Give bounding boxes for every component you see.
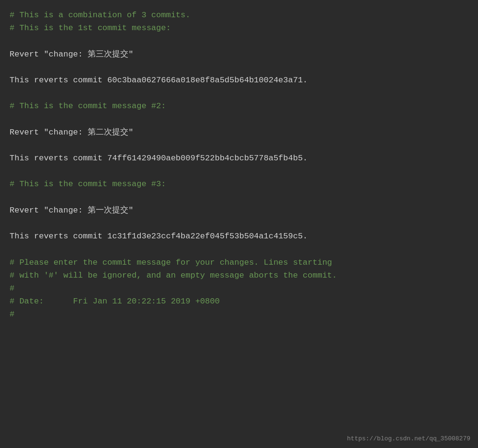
terminal-line: # This is the commit message #3: <box>10 178 468 190</box>
terminal-line: Revert "change: 第一次提交" <box>10 204 468 217</box>
terminal-line: This reverts commit 1c31f1d3e23ccf4ba22e… <box>10 230 468 243</box>
terminal-line: Revert "change: 第三次提交" <box>10 48 468 61</box>
terminal-line <box>10 113 468 126</box>
terminal-line: # <box>10 282 468 295</box>
terminal-line: # Please enter the commit message for yo… <box>10 256 468 269</box>
terminal-line: # Date: Fri Jan 11 20:22:15 2019 +0800 <box>10 295 468 308</box>
terminal-line: # This is a combination of 3 commits. <box>10 9 468 22</box>
terminal-line: Revert "change: 第二次提交" <box>10 126 468 139</box>
terminal-line: # This is the 1st commit message: <box>10 22 468 34</box>
terminal-line: # with '#' will be ignored, and an empty… <box>10 269 468 282</box>
terminal-line <box>10 191 468 204</box>
terminal-content: # This is a combination of 3 commits.# T… <box>10 9 468 321</box>
terminal-line <box>10 139 468 152</box>
terminal-line <box>10 165 468 178</box>
terminal-line <box>10 243 468 256</box>
terminal-line <box>10 87 468 100</box>
terminal-line <box>10 61 468 74</box>
terminal-line: This reverts commit 60c3baa0627666a018e8… <box>10 74 468 87</box>
terminal-line: # This is the commit message #2: <box>10 100 468 112</box>
terminal-line <box>10 34 468 47</box>
terminal-line: This reverts commit 74ff61429490aeb009f5… <box>10 152 468 165</box>
terminal-line: # <box>10 308 468 321</box>
terminal-line <box>10 217 468 230</box>
watermark: https://blog.csdn.net/qq_35008279 <box>347 435 470 442</box>
terminal-container: # This is a combination of 3 commits.# T… <box>0 0 478 448</box>
